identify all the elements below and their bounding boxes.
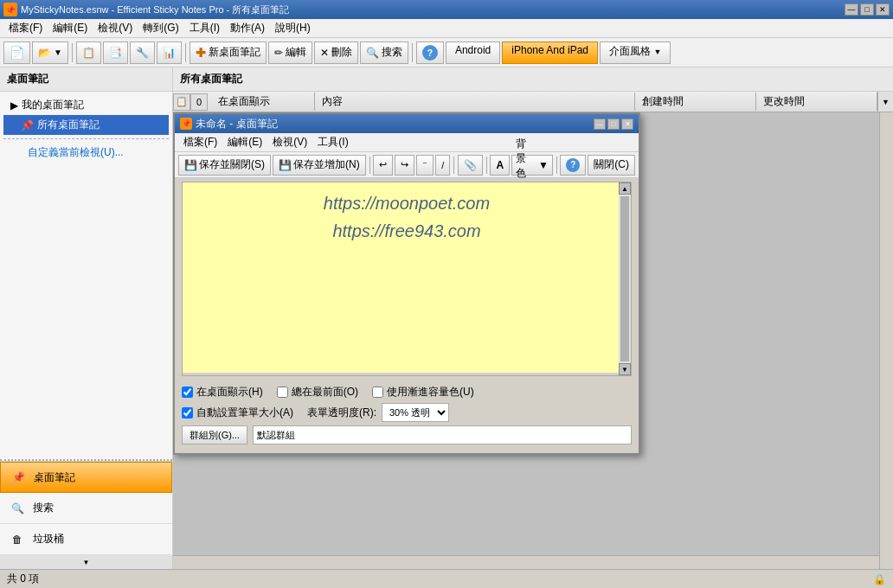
edit-icon: ✏: [274, 47, 283, 59]
search-icon: 🔍: [366, 47, 379, 59]
menu-goto[interactable]: 轉到(G): [138, 19, 183, 37]
save-add-btn[interactable]: 💾 保存並增加(N): [273, 155, 366, 176]
option-row-1: 在桌面顯示(H) 總在最前面(O) 使用漸進容量色(U): [182, 385, 632, 399]
search-nav-icon: 🔍: [9, 500, 26, 517]
content-scrollbar[interactable]: [879, 112, 893, 569]
font-btn[interactable]: A: [490, 155, 510, 176]
edit-button[interactable]: ✏ 編輯: [268, 42, 312, 64]
maximize-button[interactable]: □: [860, 3, 874, 16]
dialog-close[interactable]: ✕: [621, 118, 633, 130]
undo-btn[interactable]: ↩: [373, 155, 393, 176]
sidebar-scroll-down[interactable]: ▼: [0, 555, 172, 569]
custom-view-link[interactable]: 自定義當前檢視(U)...: [3, 143, 169, 163]
dlg-help-btn[interactable]: ?: [560, 155, 586, 176]
dlg-sep1: [369, 157, 370, 174]
note-scroll-container: https://moonpoet.com https://free943.com…: [182, 182, 632, 376]
show-on-desktop-check[interactable]: 在桌面顯示(H): [182, 385, 263, 399]
dialog-minimize[interactable]: —: [594, 118, 606, 130]
sidebar-nav-notes[interactable]: 📌 桌面筆記: [0, 462, 172, 493]
scroll-down-arrow[interactable]: ▼: [619, 363, 631, 375]
toolbar-icon-btn-1[interactable]: 📋: [76, 42, 101, 64]
opacity-label: 表單透明度(R):: [307, 406, 376, 420]
dlg-close-btn[interactable]: 關閉(C): [588, 155, 635, 176]
note-textarea[interactable]: https://moonpoet.com https://free943.com: [183, 182, 631, 373]
search-nav-label: 搜索: [33, 501, 54, 515]
bg-color-btn[interactable]: 背景色(B) ▼: [511, 155, 553, 176]
menu-file[interactable]: 檔案(F): [3, 19, 48, 37]
show-desktop-checkbox[interactable]: [182, 387, 193, 398]
help-button[interactable]: ?: [416, 42, 444, 64]
save-close-btn[interactable]: 💾 保存並關閉(S): [178, 155, 271, 176]
app-icon: 📌: [3, 3, 17, 16]
menu-help[interactable]: 說明(H): [270, 19, 316, 37]
new-file-icon: 📄: [10, 46, 24, 60]
dialog-icon: 📌: [180, 118, 192, 130]
sidebar-nav-search[interactable]: 🔍 搜索: [0, 493, 172, 524]
sidebar-nav: 📌 桌面筆記 🔍 搜索 🗑 垃圾桶 ▼: [0, 461, 172, 569]
redo-btn[interactable]: ↪: [395, 155, 414, 176]
sidebar-all-notes[interactable]: 📌 所有桌面筆記: [3, 115, 169, 135]
help-icon: ?: [422, 45, 438, 61]
opacity-select[interactable]: 30% 透明 0% 透明 10% 透明 20% 透明 50% 透明: [382, 403, 449, 422]
content-hscrollbar[interactable]: [173, 555, 879, 569]
th-created: 創建時間: [635, 93, 756, 111]
toolbar-icon-btn-3[interactable]: 🔧: [130, 42, 155, 64]
group-button[interactable]: 群組別(G)...: [182, 425, 247, 444]
folder-icon: ▶: [10, 99, 18, 112]
option-row-2: 自動設置筆單大小(A) 表單透明度(R): 30% 透明 0% 透明 10% 透…: [182, 403, 632, 422]
menu-tools[interactable]: 工具(I): [184, 19, 225, 37]
android-tab[interactable]: Android: [446, 42, 500, 64]
attach-btn[interactable]: 📎: [458, 155, 483, 176]
dlg-menu-tools[interactable]: 工具(I): [312, 133, 353, 151]
content-header: 所有桌面筆記: [173, 67, 893, 92]
sidebar-nav-trash[interactable]: 🗑 垃圾桶: [0, 524, 172, 555]
new-note-label: 新桌面筆記: [209, 45, 260, 60]
notes-nav-icon: 📌: [10, 469, 27, 486]
toolbar-icon-btn-2[interactable]: 📑: [103, 42, 128, 64]
sidebar: 桌面筆記 ▶ 我的桌面筆記 📌 所有桌面筆記 自定義當前檢視(U)... 📌 桌…: [0, 67, 173, 569]
window-controls: — □ ✕: [845, 3, 890, 16]
gradient-checkbox[interactable]: [372, 387, 383, 398]
format-btn1[interactable]: ⁻: [416, 155, 434, 176]
group-input[interactable]: [253, 425, 632, 444]
sidebar-my-notes[interactable]: ▶ 我的桌面筆記: [3, 95, 169, 115]
notes-nav-label: 桌面筆記: [34, 470, 75, 485]
custom-view-text: 自定義當前檢視(U)...: [3, 143, 169, 163]
new-note-button[interactable]: ✚ 新桌面筆記: [190, 42, 267, 64]
delete-button[interactable]: ✕ 刪除: [314, 42, 358, 64]
minimize-button[interactable]: —: [845, 3, 858, 16]
auto-size-checkbox[interactable]: [182, 407, 193, 419]
th-content: 內容: [315, 93, 635, 111]
my-notes-label: 我的桌面筆記: [22, 98, 84, 112]
use-gradient-check[interactable]: 使用漸進容量色(U): [372, 385, 474, 399]
format-btn2[interactable]: /: [435, 155, 450, 176]
scroll-up-arrow[interactable]: ▲: [619, 182, 631, 195]
style-tab[interactable]: 介面風格 ▼: [600, 42, 671, 64]
col-menu-btn[interactable]: ▼: [877, 92, 893, 112]
menu-edit[interactable]: 編輯(E): [48, 19, 93, 37]
col-toggle-btn[interactable]: 0: [190, 93, 208, 111]
dialog-maximize[interactable]: □: [607, 118, 620, 130]
dialog-toolbar: 💾 保存並關閉(S) 💾 保存並增加(N) ↩ ↪ ⁻ / 📎: [175, 152, 639, 178]
plus-icon: ✚: [196, 46, 206, 60]
auto-size-check[interactable]: 自動設置筆單大小(A): [182, 406, 293, 420]
dlg-menu-edit[interactable]: 編輯(E): [222, 133, 267, 151]
always-on-top-check[interactable]: 總在最前面(O): [277, 385, 358, 399]
open-file-button[interactable]: 📂 ▼: [32, 42, 68, 64]
new-file-button[interactable]: 📄: [3, 42, 30, 64]
always-top-checkbox[interactable]: [277, 387, 288, 398]
scroll-thumb[interactable]: [620, 196, 629, 361]
search-button[interactable]: 🔍 搜索: [360, 42, 408, 64]
menu-action[interactable]: 動作(A): [225, 19, 270, 37]
close-button[interactable]: ✕: [876, 3, 890, 16]
note-scrollbar[interactable]: ▲ ▼: [619, 182, 631, 375]
col-settings-btn[interactable]: 📋: [173, 93, 190, 111]
toolbar-icon-btn-4[interactable]: 📊: [157, 42, 182, 64]
iphone-tab[interactable]: iPhone And iPad: [502, 42, 598, 64]
dlg-menu-view[interactable]: 檢視(V): [267, 133, 312, 151]
always-top-label: 總在最前面(O): [292, 385, 358, 399]
note-icon: 📌: [21, 119, 34, 131]
menu-view[interactable]: 檢視(V): [93, 19, 138, 37]
dlg-menu-file[interactable]: 檔案(F): [178, 133, 222, 151]
search-label: 搜索: [382, 45, 402, 60]
